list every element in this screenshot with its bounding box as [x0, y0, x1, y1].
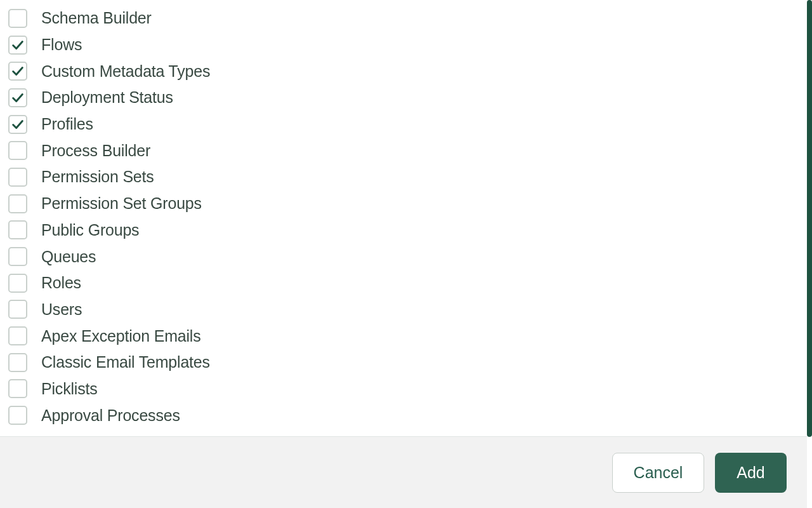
checkbox-label-permission-sets: Permission Sets	[41, 168, 154, 186]
checkbox-label-process-builder: Process Builder	[41, 142, 150, 160]
checkbox-row-process-builder: Process Builder	[8, 137, 807, 164]
checkbox-profiles[interactable]	[8, 115, 27, 134]
checkbox-schema-builder[interactable]	[8, 9, 27, 28]
checkbox-flows[interactable]	[8, 36, 27, 55]
checkbox-row-permission-set-groups: Permission Set Groups	[8, 190, 807, 217]
check-icon	[11, 64, 25, 78]
checkbox-row-roles: Roles	[8, 270, 807, 297]
checkbox-row-profiles: Profiles	[8, 111, 807, 138]
checkbox-row-classic-email-templates: Classic Email Templates	[8, 349, 807, 376]
checkbox-row-deployment-status: Deployment Status	[8, 84, 807, 111]
checkbox-label-approval-processes: Approval Processes	[41, 406, 180, 425]
checkbox-row-users: Users	[8, 297, 807, 323]
checkbox-label-deployment-status: Deployment Status	[41, 88, 173, 107]
checkbox-row-picklists: Picklists	[8, 376, 807, 403]
add-button[interactable]: Add	[715, 453, 787, 493]
checkbox-row-schema-builder: Schema Builder	[8, 5, 807, 32]
checkbox-process-builder[interactable]	[8, 141, 27, 160]
scrollbar-thumb[interactable]	[807, 0, 812, 437]
checkbox-deployment-status[interactable]	[8, 88, 27, 107]
checkbox-classic-email-templates[interactable]	[8, 353, 27, 372]
checkbox-permission-sets[interactable]	[8, 168, 27, 187]
check-icon	[11, 117, 25, 131]
checkbox-users[interactable]	[8, 300, 27, 319]
check-icon	[11, 38, 25, 52]
checkbox-picklists[interactable]	[8, 379, 27, 398]
checkbox-row-queues: Queues	[8, 243, 807, 270]
checkbox-label-custom-metadata-types: Custom Metadata Types	[41, 62, 210, 81]
checkbox-row-public-groups: Public Groups	[8, 217, 807, 244]
checkbox-row-apex-exception-emails: Apex Exception Emails	[8, 323, 807, 349]
checkbox-label-users: Users	[41, 300, 82, 319]
checkbox-label-roles: Roles	[41, 274, 81, 292]
checkbox-row-custom-metadata-types: Custom Metadata Types	[8, 58, 807, 84]
checkbox-label-flows: Flows	[41, 36, 82, 54]
checkbox-list-area: Schema BuilderFlowsCustom Metadata Types…	[0, 0, 807, 437]
checkbox-row-flows: Flows	[8, 32, 807, 58]
checkbox-queues[interactable]	[8, 247, 27, 266]
checkbox-roles[interactable]	[8, 274, 27, 293]
checkbox-label-permission-set-groups: Permission Set Groups	[41, 194, 202, 213]
checkbox-approval-processes[interactable]	[8, 406, 27, 425]
checkbox-label-classic-email-templates: Classic Email Templates	[41, 353, 210, 371]
checkbox-label-schema-builder: Schema Builder	[41, 9, 152, 27]
checkbox-public-groups[interactable]	[8, 220, 27, 239]
checkbox-label-apex-exception-emails: Apex Exception Emails	[41, 327, 200, 345]
dialog-footer: Cancel Add	[0, 436, 807, 508]
check-icon	[11, 91, 25, 105]
checkbox-label-public-groups: Public Groups	[41, 221, 139, 239]
checkbox-row-approval-processes: Approval Processes	[8, 402, 807, 429]
cancel-button[interactable]: Cancel	[612, 453, 704, 493]
checkbox-permission-set-groups[interactable]	[8, 194, 27, 213]
checkbox-label-picklists: Picklists	[41, 380, 97, 398]
checkbox-apex-exception-emails[interactable]	[8, 326, 27, 345]
checkbox-custom-metadata-types[interactable]	[8, 62, 27, 81]
checkbox-label-profiles: Profiles	[41, 115, 93, 133]
checkbox-row-permission-sets: Permission Sets	[8, 164, 807, 190]
checkbox-label-queues: Queues	[41, 248, 96, 266]
